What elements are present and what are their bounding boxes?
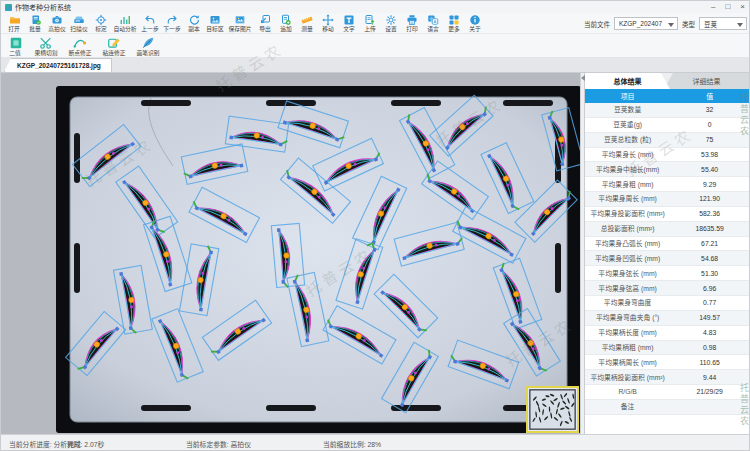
toolbar-button-measure[interactable]: 测量 xyxy=(296,14,317,33)
toolbar-button-camera[interactable]: 高拍仪 xyxy=(46,14,68,33)
result-item-label: 平均果身投影面积 (mm²) xyxy=(585,207,670,221)
result-row[interactable]: 平均果柄投影面积 (mm²)9.44 xyxy=(585,370,749,385)
toolbar-button-label: 上传 xyxy=(364,26,376,33)
result-row[interactable]: 平均果身弦长 (mm)51.30 xyxy=(585,266,749,281)
overview-thumbnail[interactable] xyxy=(526,386,579,433)
toolbar-button-open[interactable]: 打开 xyxy=(4,14,25,33)
result-item-label: 平均果身长 (mm) xyxy=(585,148,670,162)
upload-icon xyxy=(364,14,376,26)
refresh-copy-icon xyxy=(188,14,200,26)
panel-splitter[interactable] xyxy=(580,73,584,434)
toolbar-button-label: 关于 xyxy=(469,26,481,33)
analyzed-photo[interactable] xyxy=(56,86,580,433)
type-select[interactable]: 豆荚 xyxy=(699,17,747,30)
toolbar-button-stem-cut[interactable]: 果柄切割 xyxy=(32,36,60,57)
result-row[interactable]: 平均果身弯曲夹角 (°)149.57 xyxy=(585,311,749,326)
column-header-item: 项目 xyxy=(585,89,670,103)
toolbar-button-label: 更多 xyxy=(448,26,460,33)
result-item-label: 平均果身中轴长(mm) xyxy=(585,162,670,176)
result-row[interactable]: 平均果身凸弧长 (mm)67.21 xyxy=(585,237,749,252)
tab-overall-results[interactable]: 总体结果 xyxy=(585,73,670,89)
main-toolbar: 打开批量高拍仪扫描仪标定自动分析上一步下一步副本目标区保存图片导出追加测量移动文… xyxy=(1,13,749,34)
toolbar-button-text[interactable]: 文字 xyxy=(338,14,359,33)
toolbar-button-language[interactable]: 文A语言 xyxy=(422,14,443,33)
current-file-select[interactable]: KZGP_202407 xyxy=(614,17,678,30)
breakpoint-curve-icon xyxy=(73,36,87,50)
result-row[interactable]: 平均果身长 (mm)53.98 xyxy=(585,148,749,163)
image-viewport[interactable] xyxy=(1,73,580,434)
tab-detailed-results[interactable]: 详细结果 xyxy=(664,73,749,89)
maximize-button[interactable]: □ xyxy=(725,2,730,12)
scissors-icon xyxy=(39,36,53,50)
result-row[interactable]: 平均果身周长 (mm)121.90 xyxy=(585,192,749,207)
toolbar-button-calibrate[interactable]: 标定 xyxy=(90,14,111,33)
result-row[interactable]: 豆荚总粒数 (粒)75 xyxy=(585,133,749,148)
minimize-button[interactable]: – xyxy=(711,2,715,12)
result-item-label: 平均果身弦高 (mm) xyxy=(585,281,670,295)
toolbar-button-auto-analyze[interactable]: 自动分析 xyxy=(111,14,139,33)
toolbar-button-label: 副本 xyxy=(188,26,200,33)
result-row[interactable]: 豆荚重(g)0 xyxy=(585,118,749,133)
camera-icon xyxy=(51,14,63,26)
toolbar-button-upload[interactable]: 上传 xyxy=(359,14,380,33)
result-row[interactable]: 备注 xyxy=(585,400,749,415)
toolbar-button-about[interactable]: 关于 xyxy=(464,14,485,33)
toolbar-button-print[interactable]: 打印 xyxy=(401,14,422,33)
result-row[interactable]: 平均果柄周长 (mm)110.65 xyxy=(585,355,749,370)
toolbar-button-target-area[interactable]: 目标区 xyxy=(204,14,226,33)
result-row[interactable]: 平均果身弦高 (mm)6.96 xyxy=(585,281,749,296)
result-item-value: 55.40 xyxy=(670,162,749,176)
result-item-label: 平均果身粗 (mm) xyxy=(585,177,670,191)
result-item-label: 平均果柄长度 (mm) xyxy=(585,326,670,340)
toolbar-button-more[interactable]: 更多 xyxy=(443,14,464,33)
toolbar-button-next[interactable]: 下一步 xyxy=(161,14,183,33)
result-item-value: 18635.59 xyxy=(670,222,749,236)
result-row[interactable]: 平均果身弯曲度0.77 xyxy=(585,296,749,311)
result-row[interactable]: 平均果身凹弧长 (mm)54.68 xyxy=(585,251,749,266)
close-button[interactable]: × xyxy=(740,2,745,12)
result-row[interactable]: 平均果身投影面积 (mm²)582.36 xyxy=(585,207,749,222)
document-tab[interactable]: KZGP_20240725161728.jpg xyxy=(4,58,112,72)
app-icon xyxy=(5,4,12,11)
result-row[interactable]: 豆荚数量32 xyxy=(585,103,749,118)
result-row[interactable]: 总投影面积 (mm²)18635.59 xyxy=(585,222,749,237)
result-row[interactable]: R/G/B21/29/29 xyxy=(585,385,749,400)
result-item-value: 110.65 xyxy=(670,355,749,369)
result-item-value: 75 xyxy=(670,133,749,147)
toolbar-button-adhesion-fix[interactable]: 粘连修正 xyxy=(100,36,128,57)
toolbar-button-batch[interactable]: 批量 xyxy=(25,14,46,33)
result-row[interactable]: 平均果柄长度 (mm)4.83 xyxy=(585,326,749,341)
result-item-value: 0 xyxy=(670,118,749,132)
results-table-body: 豆荚数量32豆荚重(g)0豆荚总粒数 (粒)75平均果身长 (mm)53.98平… xyxy=(585,103,749,434)
toolbar-button-breakpoint-fix[interactable]: 断点修正 xyxy=(66,36,94,57)
column-header-value: 值 xyxy=(670,89,749,103)
toolbar-button-scanner[interactable]: 扫描仪 xyxy=(68,14,90,33)
ruler-icon xyxy=(301,14,313,26)
toolbar-button-settings[interactable]: 设置 xyxy=(380,14,401,33)
toolbar-button-binary[interactable]: 二值 xyxy=(5,36,26,57)
result-item-value: 9.29 xyxy=(670,177,749,191)
calibration-target-icon xyxy=(95,14,107,26)
result-item-value: 54.68 xyxy=(670,251,749,265)
toolbar-button-append[interactable]: 追加 xyxy=(275,14,296,33)
more-grid-icon xyxy=(448,14,460,26)
export-icon xyxy=(259,14,271,26)
result-row[interactable]: 平均果柄粗 (mm)0.98 xyxy=(585,341,749,356)
result-row[interactable]: 平均果身中轴长(mm)55.40 xyxy=(585,162,749,177)
toolbar-button-save-image[interactable]: 保存图片 xyxy=(226,14,254,33)
toolbar-button-export[interactable]: 导出 xyxy=(254,14,275,33)
toolbar-button-brush-recognize[interactable]: 画笔识别 xyxy=(134,36,162,57)
toolbar-button-copy[interactable]: 副本 xyxy=(183,14,204,33)
batch-check-icon xyxy=(30,14,42,26)
toolbar-button-move[interactable]: 移动 xyxy=(317,14,338,33)
result-item-value: 0.98 xyxy=(670,341,749,355)
result-item-value: 53.98 xyxy=(670,148,749,162)
result-item-label: 豆荚数量 xyxy=(585,103,670,117)
toolbar-button-label: 上一步 xyxy=(141,26,158,33)
title-bar: 作物考种分析系统 – □ × xyxy=(1,1,749,13)
toolbar-button-prev[interactable]: 上一步 xyxy=(139,14,161,33)
result-row[interactable]: 平均果身粗 (mm)9.29 xyxy=(585,177,749,192)
result-item-value: 0.77 xyxy=(670,296,749,310)
result-item-label: 平均果身周长 (mm) xyxy=(585,192,670,206)
result-item-label: 平均果身弦长 (mm) xyxy=(585,266,670,280)
